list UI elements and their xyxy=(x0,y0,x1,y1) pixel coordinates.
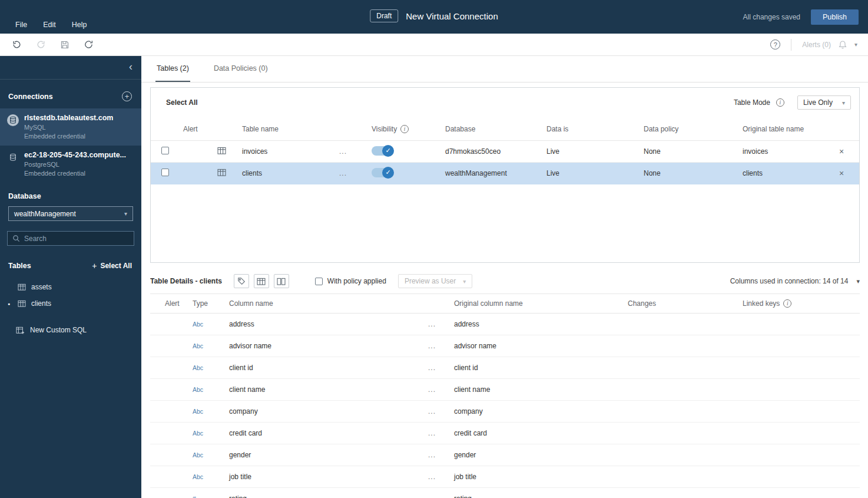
column-type: Abc xyxy=(185,451,229,459)
save-icon[interactable] xyxy=(60,40,69,50)
publish-button[interactable]: Publish xyxy=(811,9,859,25)
sidebar-table-item[interactable]: ● clients xyxy=(0,295,141,312)
details-header-row: Alert Type Column name Original column n… xyxy=(150,293,860,314)
linked-keys-info-icon[interactable]: i xyxy=(783,299,791,308)
column-header-visibility: Visibility i xyxy=(372,125,445,133)
with-policy-checkbox[interactable]: With policy applied xyxy=(315,277,386,285)
column-row[interactable]: Abc advisor name ... advisor name xyxy=(150,335,860,357)
add-connection-icon[interactable]: + xyxy=(122,91,132,101)
draft-badge: Draft xyxy=(370,9,398,22)
grid-view-icon-button[interactable] xyxy=(254,274,269,288)
search-input[interactable] xyxy=(24,235,129,243)
connections-label: Connections xyxy=(8,93,53,101)
collapse-details-icon[interactable]: ▾ xyxy=(856,278,860,285)
alerts-label: Alerts (0) xyxy=(802,41,831,49)
select-all-label[interactable]: Select All xyxy=(166,98,198,107)
table-mode-select[interactable]: Live Only ▾ xyxy=(797,95,851,110)
with-policy-label: With policy applied xyxy=(327,277,386,285)
column-row[interactable]: Abc client name ... client name xyxy=(150,379,860,401)
more-menu-icon[interactable]: ... xyxy=(339,169,372,177)
column-header-original-column-name: Original column name xyxy=(454,299,628,308)
database-icon xyxy=(7,151,19,163)
connection-text: rlstestdb.tableautest.com MySQL Embedded… xyxy=(24,114,113,140)
redo-icon[interactable] xyxy=(36,39,46,50)
column-row[interactable]: Abc client id ... client id xyxy=(150,357,860,379)
tag-icon-button[interactable] xyxy=(234,274,249,288)
more-menu-icon[interactable]: ... xyxy=(423,364,454,372)
help-icon[interactable]: ? xyxy=(770,39,780,50)
more-menu-icon[interactable]: ... xyxy=(423,429,454,437)
column-type: # xyxy=(185,495,229,498)
row-checkbox[interactable] xyxy=(161,169,169,176)
more-menu-icon[interactable]: ... xyxy=(423,473,454,481)
alerts-caret-icon[interactable]: ▾ xyxy=(854,41,857,48)
original-table-name-cell: clients xyxy=(743,169,824,177)
selected-dot-icon: ● xyxy=(8,302,10,306)
tables-panel: Select All Table Mode i Live Only ▾ Aler… xyxy=(150,87,860,263)
alerts-bell-icon[interactable] xyxy=(838,40,847,50)
toolbar: ? Alerts (0) ▾ xyxy=(0,34,868,56)
more-menu-icon[interactable]: ... xyxy=(423,451,454,459)
column-row[interactable]: Abc credit card ... credit card xyxy=(150,423,860,444)
tab[interactable]: Data Policies (0) xyxy=(213,56,269,82)
columns-used-label: Columns used in connection: 14 of 14 xyxy=(730,277,849,285)
table-mode-info-icon[interactable]: i xyxy=(776,98,784,107)
column-row[interactable]: Abc job title ... job title xyxy=(150,466,860,488)
database-select[interactable]: wealthManagement ▾ xyxy=(8,206,133,221)
chevron-down-icon: ▾ xyxy=(842,100,845,106)
table-name-cell: invoices xyxy=(242,147,339,156)
more-menu-icon[interactable]: ... xyxy=(423,320,454,328)
column-header-column-name: Column name xyxy=(229,299,423,308)
column-header-alert: Alert xyxy=(150,299,185,308)
connection-item[interactable]: ec2-18-205-45-243.compute... PostgreSQL … xyxy=(0,146,141,183)
tab[interactable]: Tables (2) xyxy=(155,56,190,82)
row-checkbox[interactable] xyxy=(161,147,169,154)
refresh-icon[interactable] xyxy=(84,39,94,50)
menu-item[interactable]: File xyxy=(15,21,27,29)
original-column-name-cell: rating xyxy=(454,494,628,498)
topbar: File Edit Help Draft New Virtual Connect… xyxy=(0,0,868,34)
data-policy-cell: None xyxy=(644,169,743,177)
more-menu-icon[interactable]: ... xyxy=(423,385,454,394)
visibility-info-icon[interactable]: i xyxy=(400,125,409,133)
more-menu-icon[interactable]: ... xyxy=(339,147,372,156)
new-custom-sql-button[interactable]: New Custom SQL xyxy=(0,326,141,334)
columns-view-icon-button[interactable] xyxy=(274,274,289,288)
connection-item[interactable]: rlstestdb.tableautest.com MySQL Embedded… xyxy=(0,108,141,146)
visibility-toggle[interactable]: ✓ xyxy=(372,168,393,177)
remove-table-icon[interactable]: × xyxy=(824,169,859,178)
more-menu-icon[interactable]: ... xyxy=(423,342,454,350)
table-row[interactable]: clients ... ✓ wealthManagement Live None… xyxy=(151,163,859,184)
column-type: Abc xyxy=(185,364,229,371)
connection-credential: Embedded credential xyxy=(24,133,113,140)
column-type: Abc xyxy=(185,386,229,393)
column-row[interactable]: Abc gender ... gender xyxy=(150,444,860,466)
search-box[interactable] xyxy=(7,231,134,246)
column-row[interactable]: Abc address ... address xyxy=(150,314,860,335)
visibility-cell: ✓ xyxy=(372,146,445,157)
menu-item[interactable]: Edit xyxy=(43,21,56,29)
column-row[interactable]: Abc company ... company xyxy=(150,401,860,423)
collapse-sidebar-icon[interactable]: ‹ xyxy=(129,61,132,73)
more-menu-icon[interactable]: ... xyxy=(423,407,454,415)
preview-as-user-select[interactable]: Preview as User ▾ xyxy=(398,274,472,288)
sidebar-table-item[interactable]: ● assets xyxy=(0,279,141,295)
connection-type: PostgreSQL xyxy=(24,161,126,168)
original-column-name-cell: credit card xyxy=(454,429,628,437)
column-header-original-table-name: Original table name xyxy=(743,125,824,133)
remove-table-icon[interactable]: × xyxy=(824,147,859,156)
table-mode-label: Table Mode xyxy=(734,98,770,107)
column-header-data-policy: Data policy xyxy=(644,125,743,133)
undo-icon[interactable] xyxy=(12,39,22,50)
column-row[interactable]: # rating ... rating xyxy=(150,488,860,498)
toggle-check-icon: ✓ xyxy=(382,167,394,179)
more-menu-icon[interactable]: ... xyxy=(423,494,454,498)
select-all-tables-button[interactable]: + Select All xyxy=(92,261,132,271)
table-row[interactable]: invoices ... ✓ d7hmokasc50ceo Live None … xyxy=(151,141,859,163)
visibility-toggle[interactable]: ✓ xyxy=(372,146,393,156)
checkbox-icon[interactable] xyxy=(315,278,323,285)
connection-name: ec2-18-205-45-243.compute... xyxy=(24,151,126,159)
connection-type: MySQL xyxy=(24,124,113,131)
column-header-linked-keys: Linked keys i xyxy=(743,299,860,308)
menu-item[interactable]: Help xyxy=(72,21,87,29)
